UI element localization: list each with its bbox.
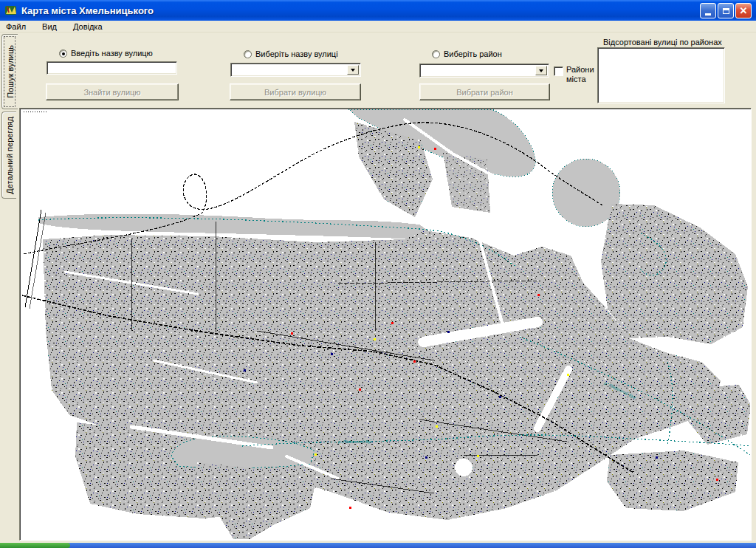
city-districts-checkbox[interactable] bbox=[554, 66, 563, 76]
radio-enter-street[interactable]: Введіть назву вулицю bbox=[59, 49, 153, 58]
radio-select-street-circle[interactable] bbox=[244, 50, 252, 58]
radio-select-street[interactable]: Виберіть назву вулиці bbox=[244, 49, 338, 58]
street-combobox[interactable] bbox=[230, 63, 361, 77]
start-button-fragment[interactable] bbox=[0, 543, 70, 548]
taskbar[interactable] bbox=[0, 543, 756, 548]
river-label-south-bug-2: р. Південний Буг bbox=[337, 439, 373, 444]
tab-detailed-view[interactable]: Детальний перегляд bbox=[1, 112, 16, 199]
menu-bar: Файл Вид Довідка bbox=[0, 21, 756, 32]
window-title: Карта міста Хмельницького bbox=[21, 5, 154, 16]
restore-icon bbox=[723, 8, 729, 14]
street-combo-dropdown-icon[interactable] bbox=[347, 65, 359, 75]
find-street-button-label: Знайти вулицю bbox=[83, 88, 140, 97]
tab-street-search[interactable]: Пошук вулиць bbox=[1, 34, 18, 109]
sorted-streets-label: Відсортовані вулиці по районах bbox=[603, 38, 722, 47]
minimize-icon bbox=[705, 13, 711, 16]
street-name-input[interactable] bbox=[47, 61, 177, 75]
tab-street-search-label: Пошук вулиць bbox=[6, 41, 15, 103]
sorted-streets-listbox[interactable] bbox=[597, 47, 725, 103]
app-window: Карта міста Хмельницького ✕ Файл Вид Дов… bbox=[0, 0, 756, 548]
radio-enter-street-label: Введіть назву вулицю bbox=[71, 49, 153, 58]
restore-button[interactable] bbox=[718, 3, 734, 18]
tab-detailed-view-label: Детальний перегляд bbox=[5, 112, 14, 199]
close-button[interactable]: ✕ bbox=[735, 3, 752, 18]
menu-view[interactable]: Вид bbox=[42, 21, 63, 32]
select-street-button-label: Вибрати вулицю bbox=[264, 88, 326, 97]
radio-select-district-circle[interactable] bbox=[432, 50, 440, 58]
app-map-icon bbox=[4, 4, 18, 17]
radio-enter-street-circle[interactable] bbox=[59, 49, 67, 58]
client-area: Пошук вулиць Детальний перегляд Введіть … bbox=[0, 32, 756, 543]
select-district-button-label: Вибрати район bbox=[456, 88, 513, 97]
title-bar[interactable]: Карта міста Хмельницького ✕ bbox=[0, 0, 756, 21]
minimize-button[interactable] bbox=[700, 3, 716, 18]
district-combo-dropdown-icon[interactable] bbox=[535, 66, 547, 75]
radio-select-street-label: Виберіть назву вулиці bbox=[255, 49, 338, 58]
radio-select-district[interactable]: Виберіть район bbox=[432, 49, 502, 58]
find-street-button[interactable]: Знайти вулицю bbox=[46, 83, 179, 100]
select-street-button[interactable]: Вибрати вулицю bbox=[230, 83, 361, 100]
select-district-button[interactable]: Вибрати район bbox=[419, 83, 550, 100]
close-icon: ✕ bbox=[740, 6, 748, 16]
radio-select-district-label: Виберіть район bbox=[444, 49, 502, 58]
menu-file[interactable]: Файл bbox=[6, 21, 32, 32]
menu-help[interactable]: Довідка bbox=[73, 21, 109, 32]
map-panel: р. Південний Буг р. Південний Буг bbox=[19, 108, 752, 541]
side-tabstrip: Пошук вулиць Детальний перегляд bbox=[1, 34, 18, 201]
district-combobox[interactable] bbox=[419, 64, 549, 78]
city-map[interactable]: р. Південний Буг р. Південний Буг bbox=[21, 109, 750, 539]
